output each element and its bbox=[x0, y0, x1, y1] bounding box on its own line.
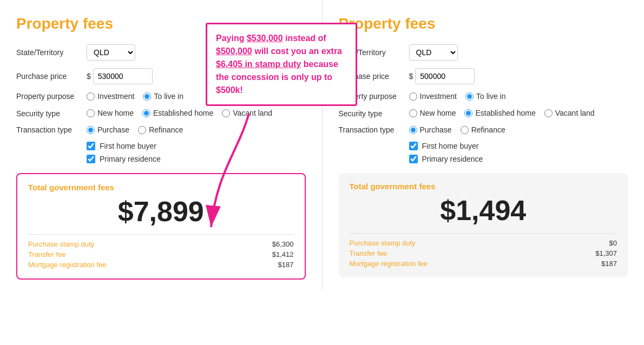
left-firsthome-checkbox[interactable] bbox=[87, 142, 95, 150]
right-price-row: Purchase price $ bbox=[339, 68, 628, 84]
left-transaction-purchase[interactable]: Purchase bbox=[87, 125, 129, 134]
left-security-vacant[interactable]: Vacant land bbox=[222, 109, 272, 117]
left-transaction-row: Transaction type Purchase Refinance bbox=[16, 125, 306, 134]
left-security-established[interactable]: Established home bbox=[142, 109, 213, 117]
right-purpose-row: Property purpose Investment To live in bbox=[339, 92, 628, 101]
right-fee-breakdown: Purchase stamp duty $0 Transfer fee $1,3… bbox=[350, 233, 617, 268]
tooltip-text: Paying $530,000 instead of $500,000 will… bbox=[216, 34, 342, 95]
left-security-newhome-label: New home bbox=[97, 109, 134, 117]
right-security-vacant-label: Vacant land bbox=[555, 109, 595, 117]
right-state-control: QLD bbox=[409, 44, 628, 61]
left-primaryresidence-label: Primary residence bbox=[100, 155, 161, 163]
left-fee-breakdown: Purchase stamp duty $6,300 Transfer fee … bbox=[28, 234, 294, 269]
right-fee-row-1: Purchase stamp duty $0 bbox=[350, 239, 617, 247]
right-total-fees-title: Total government fees bbox=[350, 182, 617, 191]
left-security-newhome[interactable]: New home bbox=[87, 109, 134, 117]
right-security-row: Security type New home Established home … bbox=[339, 108, 628, 118]
right-transaction-refinance[interactable]: Refinance bbox=[461, 125, 505, 134]
right-fee1-label: Purchase stamp duty bbox=[350, 239, 416, 247]
right-state-select[interactable]: QLD bbox=[409, 44, 458, 61]
left-fee-row-2: Transfer fee $1,412 bbox=[28, 250, 294, 258]
left-firsthome-label: First home buyer bbox=[100, 142, 156, 150]
right-transaction-purchase-label: Purchase bbox=[420, 125, 452, 134]
right-price-wrap: $ bbox=[409, 68, 475, 84]
left-purpose-tolive[interactable]: To live in bbox=[143, 92, 183, 101]
left-fee-row-3: Mortgage registration fee $187 bbox=[28, 261, 294, 269]
right-fee-row-3: Mortgage registration fee $187 bbox=[350, 260, 617, 268]
right-panel: Property fees State/Territory QLD Purcha… bbox=[323, 0, 645, 290]
left-price-label: Purchase price bbox=[16, 72, 87, 81]
left-fee2-value: $1,412 bbox=[272, 250, 294, 258]
right-primaryresidence-checkbox[interactable] bbox=[409, 155, 418, 163]
left-transaction-label: Transaction type bbox=[16, 125, 87, 134]
left-primaryresidence-checkbox[interactable] bbox=[87, 155, 95, 163]
right-security-radio-group: New home Established home Vacant land bbox=[409, 109, 595, 117]
left-security-row: Security type New home Established home … bbox=[16, 108, 306, 118]
right-security-label: Security type bbox=[339, 108, 409, 118]
left-fee1-label: Purchase stamp duty bbox=[28, 240, 94, 248]
right-state-row: State/Territory QLD bbox=[339, 44, 628, 61]
right-fee2-label: Transfer fee bbox=[350, 249, 387, 257]
left-total-fees-box: Total government fees $7,899 Purchase st… bbox=[16, 173, 306, 280]
right-panel-title: Property fees bbox=[339, 15, 628, 32]
left-fee-row-1: Purchase stamp duty $6,300 bbox=[28, 240, 294, 248]
right-transaction-radio-group: Purchase Refinance bbox=[409, 125, 505, 134]
left-purpose-radio-group: Investment To live in bbox=[87, 92, 183, 101]
right-fee-row-2: Transfer fee $1,307 bbox=[350, 249, 617, 257]
right-fee1-value: $0 bbox=[609, 239, 617, 247]
right-security-vacant[interactable]: Vacant land bbox=[544, 109, 595, 117]
right-fee2-value: $1,307 bbox=[595, 249, 617, 257]
right-purpose-radio-group: Investment To live in bbox=[409, 92, 506, 101]
tooltip-overlay: Paying $530,000 instead of $500,000 will… bbox=[206, 23, 357, 106]
left-security-radio-group: New home Established home Vacant land bbox=[87, 109, 272, 117]
right-purpose-investment[interactable]: Investment bbox=[409, 92, 457, 101]
left-transaction-refinance-label: Refinance bbox=[149, 125, 183, 134]
right-firsthome-checkbox[interactable] bbox=[409, 142, 418, 150]
left-firsthome-row[interactable]: First home buyer bbox=[87, 142, 306, 150]
left-dollar-sign: $ bbox=[87, 72, 91, 81]
right-primaryresidence-row[interactable]: Primary residence bbox=[409, 155, 628, 163]
right-total-fees-amount: $1,494 bbox=[350, 194, 617, 227]
right-purpose-tolive-label: To live in bbox=[476, 92, 505, 101]
right-security-established[interactable]: Established home bbox=[464, 109, 535, 117]
left-transaction-radio-group: Purchase Refinance bbox=[87, 125, 183, 134]
left-fee3-value: $187 bbox=[278, 261, 294, 269]
left-state-select[interactable]: QLD bbox=[87, 44, 135, 61]
left-transaction-refinance[interactable]: Refinance bbox=[138, 125, 183, 134]
left-purpose-investment-label: Investment bbox=[97, 92, 134, 101]
right-purpose-tolive[interactable]: To live in bbox=[465, 92, 505, 101]
left-price-input[interactable] bbox=[93, 68, 153, 84]
left-fee3-label: Mortgage registration fee bbox=[28, 261, 107, 269]
right-transaction-row: Transaction type Purchase Refinance bbox=[339, 125, 628, 134]
left-fee1-value: $6,300 bbox=[272, 240, 294, 248]
left-security-established-label: Established home bbox=[153, 109, 213, 117]
left-price-wrap: $ bbox=[87, 68, 153, 84]
right-security-established-label: Established home bbox=[475, 109, 535, 117]
right-price-input[interactable] bbox=[415, 68, 475, 84]
right-transaction-purchase[interactable]: Purchase bbox=[409, 125, 452, 134]
right-security-newhome-label: New home bbox=[420, 109, 456, 117]
right-dollar-sign: $ bbox=[409, 72, 413, 81]
right-security-newhome[interactable]: New home bbox=[409, 109, 456, 117]
left-security-label: Security type bbox=[16, 108, 87, 118]
right-firsthome-label: First home buyer bbox=[422, 142, 479, 150]
left-total-fees-title: Total government fees bbox=[28, 183, 294, 192]
right-primaryresidence-label: Primary residence bbox=[422, 155, 483, 163]
right-fee3-value: $187 bbox=[601, 260, 617, 268]
left-transaction-purchase-label: Purchase bbox=[97, 125, 129, 134]
left-purpose-tolive-label: To live in bbox=[154, 92, 183, 101]
left-security-vacant-label: Vacant land bbox=[233, 109, 272, 117]
right-total-fees-box: Total government fees $1,494 Purchase st… bbox=[339, 173, 628, 277]
left-purpose-investment[interactable]: Investment bbox=[87, 92, 134, 101]
right-purpose-investment-label: Investment bbox=[420, 92, 457, 101]
left-primaryresidence-row[interactable]: Primary residence bbox=[87, 155, 306, 163]
panels-container: Property fees State/Territory QLD Purcha… bbox=[0, 0, 644, 290]
right-transaction-refinance-label: Refinance bbox=[471, 125, 505, 134]
left-state-label: State/Territory bbox=[16, 48, 87, 57]
left-purpose-label: Property purpose bbox=[16, 92, 87, 101]
right-transaction-label: Transaction type bbox=[339, 125, 409, 134]
left-fee2-label: Transfer fee bbox=[28, 250, 66, 258]
left-total-fees-amount: $7,899 bbox=[28, 195, 294, 228]
right-firsthome-row[interactable]: First home buyer bbox=[409, 142, 628, 150]
right-fee3-label: Mortgage registration fee bbox=[350, 260, 428, 268]
